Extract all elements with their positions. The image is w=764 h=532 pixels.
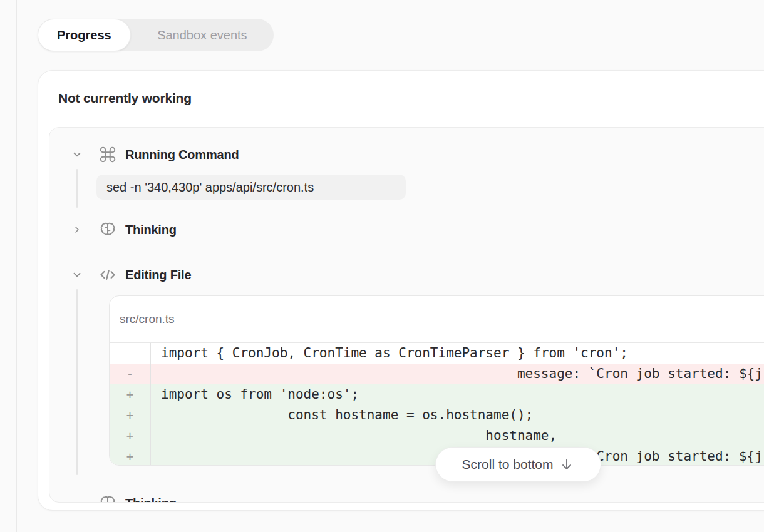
scroll-to-bottom-button[interactable]: Scroll to bottom <box>435 447 601 482</box>
diff-line-text: message: `Cron job started: ${j <box>151 364 764 384</box>
view-tabs: Progress Sandbox events <box>38 19 274 51</box>
diff-line-sign: + <box>110 405 151 426</box>
diff-line-context: import { CronJob, CronTime as CronTimePa… <box>110 343 764 364</box>
timeline-item-label: Thinking <box>125 496 177 503</box>
timeline-item-running-command[interactable]: Running Command <box>71 144 239 165</box>
arrow-down-icon <box>559 457 574 472</box>
diff-line-text: hostname, <box>151 426 764 446</box>
brain-icon <box>98 494 117 503</box>
diff-line-sign <box>110 343 151 364</box>
activity-timeline: Running Command sed -n '340,430p' apps/a… <box>49 127 764 503</box>
brain-icon <box>98 220 117 239</box>
tab-progress[interactable]: Progress <box>38 19 131 51</box>
diff-line-text: import { CronJob, CronTime as CronTimePa… <box>151 343 764 364</box>
file-diff-panel: src/cron.ts import { CronJob, CronTime a… <box>109 295 764 466</box>
timeline-item-label: Editing File <box>125 268 191 282</box>
timeline-item-thinking-partial[interactable]: Thinking <box>71 493 177 503</box>
timeline-item-label: Thinking <box>125 223 177 237</box>
diff-line-sign: - <box>110 364 151 384</box>
file-name: src/cron.ts <box>110 296 764 342</box>
chevron-down-icon[interactable] <box>71 269 83 280</box>
diff-line-sign: + <box>110 384 151 405</box>
diff-line-added: + const hostname = os.hostname(); <box>110 405 764 426</box>
diff-view: import { CronJob, CronTime as CronTimePa… <box>110 342 764 466</box>
status-heading: Not currently working <box>58 91 192 106</box>
diff-line-sign: + <box>110 446 151 466</box>
chevron-right-icon <box>71 498 83 503</box>
timeline-item-thinking[interactable]: Thinking <box>71 219 177 240</box>
timeline-item-label: Running Command <box>125 148 239 162</box>
panel-divider <box>16 0 17 532</box>
chevron-down-icon[interactable] <box>71 149 83 160</box>
chevron-right-icon[interactable] <box>71 224 83 235</box>
diff-line-text: const hostname = os.hostname(); <box>151 405 764 426</box>
timeline-item-editing-file[interactable]: Editing File <box>71 264 191 285</box>
command-text-chip: sed -n '340,430p' apps/api/src/cron.ts <box>96 175 406 200</box>
diff-line-sign: + <box>110 426 151 446</box>
tab-sandbox-events[interactable]: Sandbox events <box>131 19 274 51</box>
progress-card: Not currently working Running Command se… <box>38 70 764 511</box>
diff-line-removed: - message: `Cron job started: ${j <box>110 364 764 384</box>
timeline-connector <box>76 169 78 208</box>
diff-line-text: import os from 'node:os'; <box>151 384 764 405</box>
command-icon <box>98 145 117 164</box>
diff-line-added: + import os from 'node:os'; <box>110 384 764 405</box>
diff-line-added: + hostname, <box>110 426 764 446</box>
timeline-connector <box>76 289 78 475</box>
scroll-to-bottom-label: Scroll to bottom <box>462 457 554 472</box>
code-icon <box>98 265 117 284</box>
